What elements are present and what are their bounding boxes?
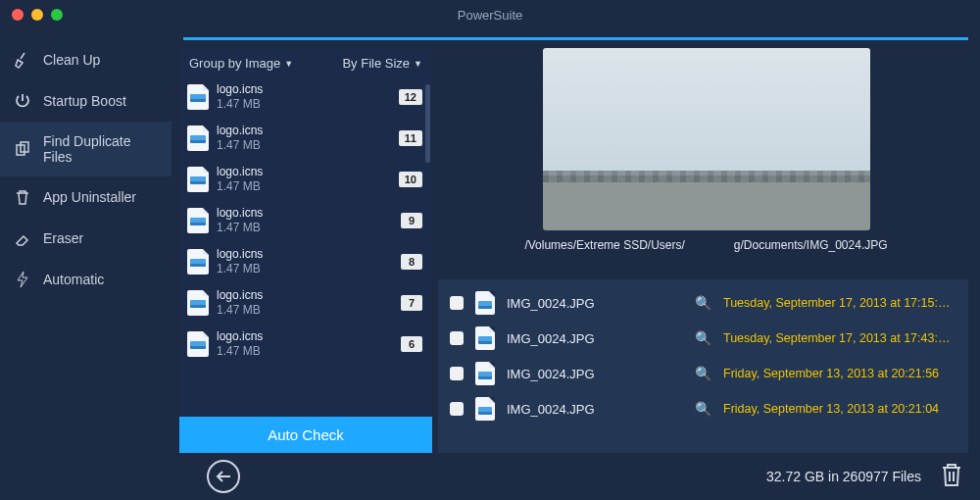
checkbox[interactable] [450, 402, 464, 416]
group-count-badge: 12 [399, 89, 422, 105]
group-count-badge: 7 [401, 295, 422, 311]
group-file-name: logo.icns [217, 206, 393, 221]
duplicate-file-name: IMG_0024.JPG [507, 331, 683, 346]
file-icon [475, 362, 495, 385]
window-title: PowerSuite [0, 8, 980, 23]
file-icon [187, 167, 209, 192]
duplicate-file-date: Friday, September 13, 2013 at 20:21:04 [723, 402, 956, 416]
preview-area: /Volumes/Extreme SSD/Users/ g/Documents/… [432, 48, 980, 275]
scrollbar-thumb[interactable] [425, 84, 430, 163]
chevron-down-icon: ▼ [414, 59, 422, 69]
file-icon [187, 249, 209, 275]
group-file-size: 1.47 MB [217, 97, 391, 112]
sidebar-item-label: Startup Boost [43, 93, 126, 109]
summary-text: 32.72 GB in 260977 Files [766, 469, 921, 484]
duplicate-row[interactable]: IMG_0024.JPG🔍Tuesday, September 17, 2013… [438, 285, 968, 321]
preview-image [543, 48, 870, 230]
file-icon [187, 331, 209, 357]
group-count-badge: 11 [399, 130, 422, 146]
group-row[interactable]: logo.icns1.47 MB9 [179, 200, 432, 241]
delete-button[interactable] [939, 461, 964, 492]
group-count-badge: 6 [401, 336, 422, 352]
bolt-icon [14, 271, 31, 288]
group-row[interactable]: logo.icns1.47 MB7 [179, 282, 432, 324]
file-icon [475, 397, 495, 421]
magnifier-icon[interactable]: 🔍 [695, 330, 711, 346]
sidebar-item-label: App Uninstaller [43, 189, 136, 205]
sidebar-item-eraser[interactable]: Eraser [0, 218, 172, 259]
sidebar: Clean UpStartup BoostFind Duplicate File… [0, 29, 172, 500]
group-file-size: 1.47 MB [217, 179, 391, 194]
group-file-name: logo.icns [217, 288, 393, 303]
close-window[interactable] [12, 9, 24, 21]
sidebar-item-label: Find Duplicate Files [43, 133, 131, 165]
duplicate-files-icon [14, 140, 31, 158]
group-file-name: logo.icns [217, 82, 391, 97]
zoom-window[interactable] [51, 9, 63, 21]
sidebar-item-label: Clean Up [43, 52, 100, 68]
group-count-badge: 10 [399, 172, 422, 187]
file-icon [475, 326, 495, 350]
group-row[interactable]: logo.icns1.47 MB10 [179, 159, 432, 200]
group-count-badge: 9 [401, 213, 422, 228]
sidebar-item-app-uninstaller[interactable]: App Uninstaller [0, 176, 172, 218]
group-file-name: logo.icns [217, 124, 391, 138]
power-icon [14, 92, 31, 110]
group-by-dropdown[interactable]: Group by Image ▼ [189, 56, 342, 71]
duplicate-row[interactable]: IMG_0024.JPG🔍Friday, September 13, 2013 … [438, 391, 968, 426]
duplicate-file-date: Tuesday, September 17, 2013 at 17:43:… [723, 331, 956, 345]
bottom-bar: 32.72 GB in 260977 Files [172, 453, 980, 500]
group-file-name: logo.icns [217, 329, 393, 344]
duplicate-row[interactable]: IMG_0024.JPG🔍Friday, September 13, 2013 … [438, 356, 968, 391]
sort-by-label: By File Size [342, 56, 410, 71]
magnifier-icon[interactable]: 🔍 [695, 295, 711, 311]
duplicate-file-date: Tuesday, September 17, 2013 at 17:15:… [723, 296, 956, 310]
duplicate-file-name: IMG_0024.JPG [507, 367, 683, 381]
group-row[interactable]: logo.icns1.47 MB12 [179, 76, 432, 118]
group-by-label: Group by Image [189, 56, 280, 71]
checkbox[interactable] [450, 331, 464, 345]
sidebar-item-label: Automatic [43, 272, 104, 287]
duplicate-file-name: IMG_0024.JPG [507, 296, 683, 311]
duplicate-row[interactable]: IMG_0024.JPG🔍Tuesday, September 17, 2013… [438, 321, 968, 356]
file-icon [475, 291, 495, 315]
chevron-down-icon: ▼ [284, 59, 293, 69]
progress-bar [183, 37, 968, 40]
sidebar-item-clean-up[interactable]: Clean Up [0, 39, 172, 80]
file-icon [187, 208, 209, 233]
group-count-badge: 8 [401, 254, 422, 270]
sidebar-item-find-duplicate-files[interactable]: Find Duplicate Files [0, 122, 172, 176]
file-icon [187, 290, 209, 316]
group-row[interactable]: logo.icns1.47 MB11 [179, 118, 432, 159]
sort-by-dropdown[interactable]: By File Size ▼ [342, 56, 422, 71]
group-file-size: 1.47 MB [217, 221, 393, 235]
file-icon [187, 125, 209, 151]
magnifier-icon[interactable]: 🔍 [695, 401, 711, 417]
checkbox[interactable] [450, 296, 464, 310]
group-file-size: 1.47 MB [217, 138, 391, 153]
group-file-size: 1.47 MB [217, 344, 393, 359]
eraser-icon [14, 229, 31, 247]
titlebar: PowerSuite [0, 0, 980, 29]
group-row[interactable]: logo.icns1.47 MB8 [179, 241, 432, 282]
sidebar-item-startup-boost[interactable]: Startup Boost [0, 80, 172, 122]
minimize-window[interactable] [31, 9, 43, 21]
duplicate-files-list: IMG_0024.JPG🔍Tuesday, September 17, 2013… [438, 279, 968, 453]
preview-path: /Volumes/Extreme SSD/Users/ g/Documents/… [524, 238, 887, 252]
duplicate-groups-panel: Group by Image ▼ By File Size ▼ logo.icn… [179, 48, 432, 453]
sidebar-item-label: Eraser [43, 230, 83, 246]
group-file-size: 1.47 MB [217, 262, 393, 276]
group-row[interactable]: logo.icns1.47 MB6 [179, 324, 432, 365]
magnifier-icon[interactable]: 🔍 [695, 366, 711, 381]
trash-icon [14, 188, 31, 206]
group-file-name: logo.icns [217, 165, 391, 179]
group-file-size: 1.47 MB [217, 303, 393, 318]
sidebar-item-automatic[interactable]: Automatic [0, 259, 172, 300]
auto-check-button[interactable]: Auto Check [179, 417, 432, 453]
duplicate-file-date: Friday, September 13, 2013 at 20:21:56 [723, 367, 956, 380]
back-button[interactable] [207, 460, 240, 493]
checkbox[interactable] [450, 367, 464, 380]
duplicate-file-name: IMG_0024.JPG [507, 402, 683, 417]
group-file-name: logo.icns [217, 247, 393, 262]
file-icon [187, 84, 209, 110]
